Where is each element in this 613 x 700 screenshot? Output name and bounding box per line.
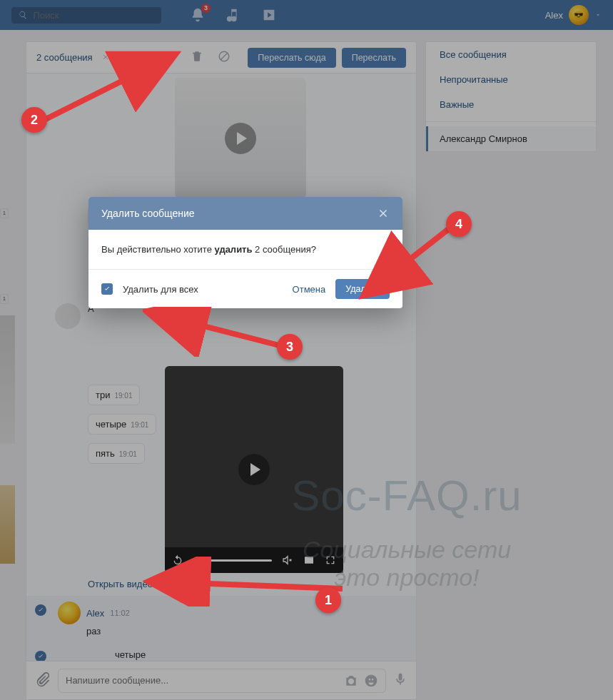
annotation-marker-1: 1 <box>315 587 341 613</box>
modal-backdrop[interactable] <box>0 0 613 700</box>
delete-modal: Удалить сообщение Вы действительно хотит… <box>88 197 402 308</box>
check-icon <box>103 285 111 293</box>
modal-body: Вы действительно хотите удалить 2 сообще… <box>88 230 402 269</box>
annotation-marker-2: 2 <box>21 107 47 133</box>
modal-footer: Удалить для всех Отмена Удалить <box>88 269 402 308</box>
modal-title: Удалить сообщение <box>101 208 195 219</box>
annotation-marker-3: 3 <box>277 334 303 360</box>
modal-title-bar: Удалить сообщение <box>88 197 402 230</box>
annotation-marker-4: 4 <box>446 211 472 237</box>
cancel-button[interactable]: Отмена <box>293 284 326 295</box>
confirm-delete-button[interactable]: Удалить <box>335 279 390 299</box>
close-icon <box>377 207 390 220</box>
delete-for-all-checkbox[interactable] <box>101 283 113 295</box>
checkbox-label[interactable]: Удалить для всех <box>123 284 198 295</box>
modal-close-button[interactable] <box>377 207 390 220</box>
